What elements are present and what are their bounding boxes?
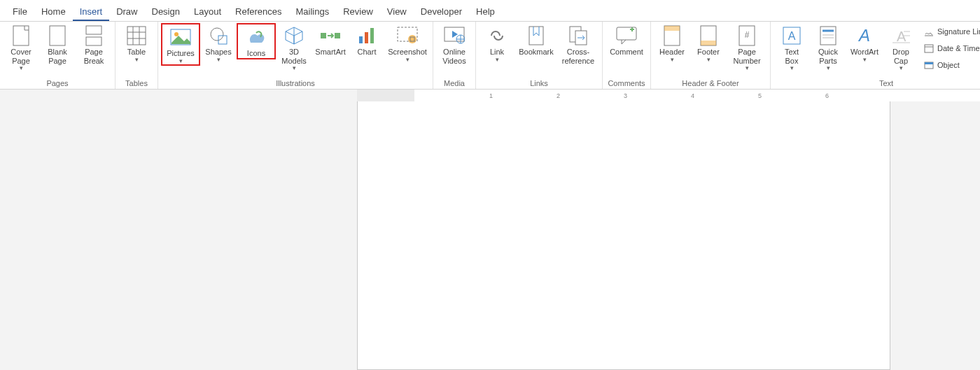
svg-rect-32 bbox=[664, 26, 680, 31]
drop-cap-icon: A bbox=[890, 24, 912, 47]
svg-point-10 bbox=[174, 32, 178, 36]
footer-icon bbox=[697, 24, 720, 47]
page-break-icon bbox=[83, 24, 105, 47]
svg-rect-13 bbox=[321, 33, 326, 38]
icons-button[interactable]: Icons bbox=[237, 23, 276, 59]
ruler-gray-left bbox=[0, 90, 357, 102]
svg-rect-16 bbox=[365, 32, 368, 43]
group-links: Link▾ Bookmark Cross- reference Links bbox=[476, 22, 603, 89]
header-icon bbox=[661, 24, 683, 47]
group-header-footer: Header▾ Footer▾ # Page Number▾ Header & … bbox=[651, 22, 771, 89]
page-break-button[interactable]: Page Break bbox=[76, 23, 112, 65]
svg-rect-15 bbox=[359, 36, 363, 43]
pictures-icon bbox=[169, 26, 192, 48]
3d-models-button[interactable]: 3D Models▾ bbox=[276, 23, 312, 71]
wordart-icon: A bbox=[853, 24, 876, 47]
group-text: A Text Box▾ Quick Parts▾ A WordArt▾ A Dr… bbox=[771, 22, 980, 89]
pictures-button[interactable]: Pictures▾ bbox=[161, 23, 200, 66]
online-videos-button[interactable]: Online Videos bbox=[436, 23, 472, 65]
date-time-button[interactable]: Date & Time bbox=[923, 41, 980, 55]
table-button[interactable]: Table▾ bbox=[118, 23, 155, 63]
ruler-tick: 2 bbox=[556, 90, 560, 102]
bookmark-button[interactable]: Bookmark bbox=[515, 23, 557, 57]
chart-button[interactable]: Chart bbox=[349, 23, 385, 57]
group-label-text: Text bbox=[879, 78, 893, 89]
ribbon: Cover Page▾ Blank Page Page Break Pages … bbox=[0, 22, 980, 90]
shapes-button[interactable]: Shapes▾ bbox=[200, 23, 237, 63]
group-label-headerfooter: Header & Footer bbox=[682, 78, 738, 89]
menu-review[interactable]: Review bbox=[336, 3, 380, 21]
group-pages: Cover Page▾ Blank Page Page Break Pages bbox=[0, 22, 115, 89]
date-time-icon bbox=[923, 43, 934, 54]
screenshot-icon bbox=[396, 24, 419, 47]
header-button[interactable]: Header▾ bbox=[654, 23, 690, 63]
text-box-button[interactable]: A Text Box▾ bbox=[774, 23, 810, 71]
group-label-pages: Pages bbox=[46, 78, 68, 89]
wordart-button[interactable]: A WordArt▾ bbox=[846, 23, 883, 63]
cross-reference-button[interactable]: Cross- reference bbox=[557, 23, 599, 65]
text-box-icon: A bbox=[780, 24, 803, 47]
link-button[interactable]: Link▾ bbox=[479, 23, 515, 63]
menu-mailings[interactable]: Mailings bbox=[289, 3, 337, 21]
page-number-button[interactable]: # Page Number▾ bbox=[727, 23, 767, 71]
group-media: Online Videos Media bbox=[433, 22, 476, 89]
menu-design[interactable]: Design bbox=[145, 3, 187, 21]
cross-reference-icon bbox=[567, 24, 589, 47]
group-label-tables: Tables bbox=[125, 78, 148, 89]
svg-rect-52 bbox=[925, 62, 933, 64]
footer-button[interactable]: Footer▾ bbox=[690, 23, 727, 63]
menu-draw[interactable]: Draw bbox=[109, 3, 144, 21]
comment-icon bbox=[615, 24, 638, 47]
ruler-tick: 6 bbox=[825, 90, 829, 102]
group-illustrations: Pictures▾ Shapes▾ Icons 3D Models▾ Smart… bbox=[158, 22, 433, 89]
quick-parts-icon bbox=[817, 24, 839, 47]
cover-page-icon bbox=[10, 24, 32, 47]
group-label-illustrations: Illustrations bbox=[276, 78, 315, 89]
drop-cap-button[interactable]: A Drop Cap▾ bbox=[883, 23, 919, 71]
screenshot-button[interactable]: Screenshot▾ bbox=[385, 23, 430, 63]
menu-developer[interactable]: Developer bbox=[414, 3, 469, 21]
smartart-button[interactable]: SmartArt bbox=[312, 23, 349, 57]
blank-page-button[interactable]: Blank Page bbox=[39, 23, 76, 65]
icons-icon bbox=[245, 26, 267, 48]
menu-home[interactable]: Home bbox=[34, 3, 73, 21]
ruler-tick: 4 bbox=[691, 90, 694, 102]
chart-icon bbox=[356, 24, 378, 47]
bookmark-icon bbox=[525, 24, 547, 47]
signature-line-button[interactable]: Signature Line▾ bbox=[923, 24, 980, 38]
svg-point-11 bbox=[211, 28, 223, 41]
blank-page-icon bbox=[46, 24, 69, 47]
comment-button[interactable]: Comment bbox=[606, 23, 648, 57]
group-comments: Comment Comments bbox=[603, 22, 651, 89]
object-icon bbox=[923, 59, 934, 71]
link-icon bbox=[486, 24, 508, 47]
svg-rect-3 bbox=[86, 37, 102, 45]
ruler-tick: 5 bbox=[758, 90, 762, 102]
menu-references[interactable]: References bbox=[228, 3, 288, 21]
menu-view[interactable]: View bbox=[380, 3, 414, 21]
signature-line-icon bbox=[923, 26, 934, 37]
cover-page-button[interactable]: Cover Page▾ bbox=[3, 23, 39, 71]
menu-layout[interactable]: Layout bbox=[187, 3, 228, 21]
menu-insert[interactable]: Insert bbox=[73, 3, 110, 21]
svg-rect-4 bbox=[127, 27, 146, 45]
quick-parts-button[interactable]: Quick Parts▾ bbox=[810, 23, 846, 71]
shapes-icon bbox=[207, 24, 230, 47]
3d-models-icon bbox=[283, 24, 305, 47]
svg-text:A: A bbox=[897, 29, 906, 44]
group-label-comments: Comments bbox=[608, 78, 645, 89]
object-button[interactable]: Object▾ bbox=[923, 58, 980, 72]
group-label-media: Media bbox=[444, 78, 465, 89]
menu-help[interactable]: Help bbox=[469, 3, 502, 21]
ruler-tick: 1 bbox=[489, 90, 493, 102]
ruler-tick: 3 bbox=[624, 90, 627, 102]
svg-rect-49 bbox=[925, 45, 933, 52]
svg-text:A: A bbox=[788, 30, 796, 42]
svg-rect-1 bbox=[50, 26, 65, 45]
menu-file[interactable]: File bbox=[6, 3, 34, 21]
page-canvas[interactable] bbox=[357, 101, 890, 370]
svg-rect-0 bbox=[13, 26, 29, 45]
document-area bbox=[0, 101, 980, 370]
smartart-icon bbox=[319, 24, 342, 47]
svg-rect-2 bbox=[86, 26, 102, 34]
